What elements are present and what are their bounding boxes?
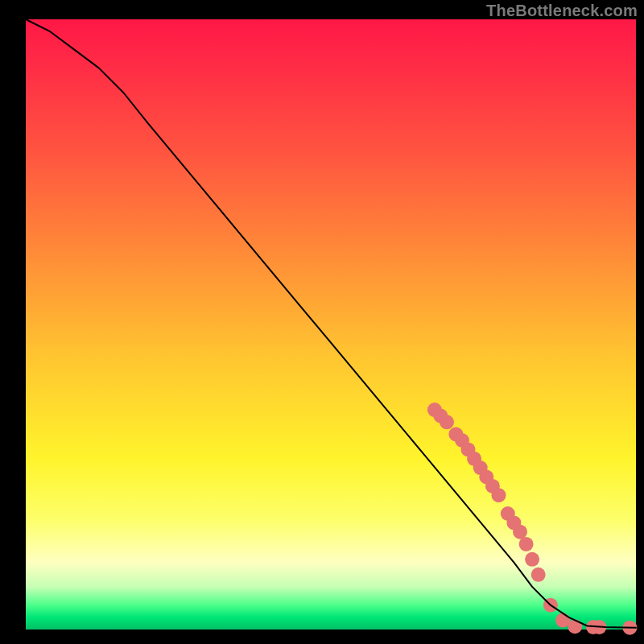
- marker-layer: [427, 402, 638, 635]
- plot-area: [26, 19, 636, 630]
- chart-svg: [26, 19, 636, 630]
- watermark-text: TheBottleneck.com: [486, 2, 638, 20]
- bottleneck-curve: [26, 19, 636, 628]
- highlight-dot: [568, 619, 582, 634]
- highlight-dot: [531, 568, 546, 582]
- chart-stage: TheBottleneck.com: [0, 0, 644, 644]
- highlight-dot: [525, 552, 539, 567]
- highlight-dot: [519, 537, 534, 551]
- highlight-dot: [440, 415, 454, 429]
- highlight-dot: [492, 488, 506, 502]
